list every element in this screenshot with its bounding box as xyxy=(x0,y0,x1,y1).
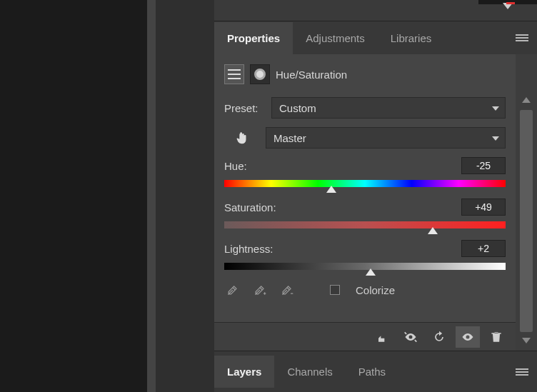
adjustment-icon-button[interactable] xyxy=(224,64,244,84)
tab-layers[interactable]: Layers xyxy=(214,356,274,388)
hue-thumb[interactable] xyxy=(326,186,336,193)
range-row: Master xyxy=(224,127,506,149)
preset-label: Preset: xyxy=(224,102,264,114)
properties-panel: Hue/Saturation Preset: Custom Master Hue… xyxy=(214,54,516,351)
tab-adjustments[interactable]: Adjustments xyxy=(293,22,378,54)
menu-icon xyxy=(516,33,528,41)
tab-properties[interactable]: Properties xyxy=(214,22,293,54)
eyedropper-add-button[interactable] xyxy=(251,281,268,298)
mask-icon-button[interactable] xyxy=(250,64,270,84)
lightness-value-input[interactable]: +2 xyxy=(461,240,506,257)
eyedropper-subtract-button[interactable] xyxy=(278,281,296,298)
view-previous-button[interactable] xyxy=(398,326,423,348)
preset-value: Custom xyxy=(279,102,316,114)
saturation-thumb[interactable] xyxy=(428,227,438,234)
chevron-down-icon xyxy=(492,106,499,111)
panel-footer-icons xyxy=(214,322,516,351)
mask-icon xyxy=(254,69,266,80)
clip-icon xyxy=(375,330,389,344)
scrubby-tool[interactable] xyxy=(233,129,251,147)
panel-gap xyxy=(156,0,214,392)
sliders-icon xyxy=(228,69,241,79)
colorize-checkbox[interactable] xyxy=(330,285,340,295)
adjustment-type-label: Hue/Saturation xyxy=(276,69,347,81)
hue-slider-block: Hue: -25 xyxy=(224,157,506,187)
tab-paths[interactable]: Paths xyxy=(346,356,398,388)
reset-icon xyxy=(432,330,446,344)
panel-tabs: Properties Adjustments Libraries xyxy=(214,21,537,54)
eyedropper-plus-icon xyxy=(253,283,267,297)
scroll-down-icon[interactable] xyxy=(522,338,531,343)
saturation-slider-block: Saturation: +49 xyxy=(224,198,506,228)
play-icon[interactable] xyxy=(503,3,513,9)
tab-channels[interactable]: Channels xyxy=(274,356,345,388)
eyedropper-row: Colorize xyxy=(224,281,506,298)
saturation-slider[interactable] xyxy=(224,221,506,228)
eyedropper-minus-icon xyxy=(280,283,294,297)
eye-cycle-icon xyxy=(403,330,418,344)
lightness-slider[interactable] xyxy=(224,263,506,270)
colorize-label: Colorize xyxy=(356,284,395,296)
reset-button[interactable] xyxy=(427,326,451,348)
chevron-down-icon xyxy=(492,136,499,141)
lightness-label: Lightness: xyxy=(224,243,273,255)
range-value: Master xyxy=(273,132,306,144)
timeline-strip xyxy=(214,0,537,21)
hand-icon xyxy=(234,130,250,146)
adjustment-type-row: Hue/Saturation xyxy=(224,64,506,84)
eyedropper-icon xyxy=(226,283,240,297)
lightness-thumb[interactable] xyxy=(366,268,376,276)
eyedropper-button[interactable] xyxy=(224,281,241,298)
hue-label: Hue: xyxy=(224,160,247,172)
scroll-up-icon[interactable] xyxy=(522,97,531,103)
toggle-visibility-button[interactable] xyxy=(456,326,480,348)
hue-slider[interactable] xyxy=(224,180,506,187)
preset-select[interactable]: Custom xyxy=(271,97,506,119)
delete-button[interactable] xyxy=(484,326,508,348)
clip-to-layer-button[interactable] xyxy=(370,326,394,348)
canvas-area xyxy=(0,0,157,392)
eye-icon xyxy=(461,330,475,344)
saturation-label: Saturation: xyxy=(224,201,276,213)
panel-menu-button[interactable] xyxy=(516,31,528,44)
tab-libraries[interactable]: Libraries xyxy=(378,22,445,54)
menu-icon xyxy=(516,367,528,376)
lightness-slider-block: Lightness: +2 xyxy=(224,240,506,270)
panel-scrollbar[interactable] xyxy=(516,54,537,351)
range-select[interactable]: Master xyxy=(266,127,506,149)
layers-panel-tabs: Layers Channels Paths xyxy=(214,351,537,392)
saturation-value-input[interactable]: +49 xyxy=(461,198,506,216)
hue-value-input[interactable]: -25 xyxy=(461,157,506,174)
layers-panel-menu-button[interactable] xyxy=(516,366,528,378)
canvas-edge xyxy=(147,0,156,392)
scroll-thumb[interactable] xyxy=(520,110,533,332)
trash-icon xyxy=(489,330,503,344)
preset-row: Preset: Custom xyxy=(224,97,506,119)
